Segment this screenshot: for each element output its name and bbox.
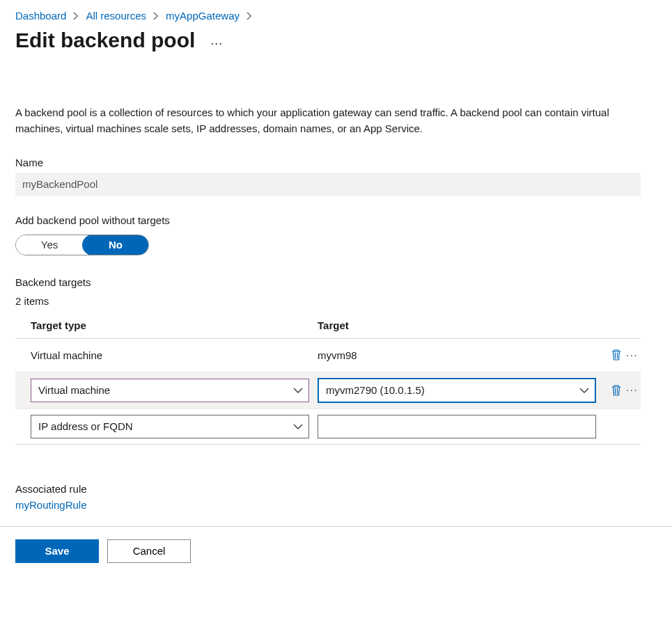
row-more-icon[interactable]: ··· xyxy=(626,384,638,396)
target-type-value: Virtual machine xyxy=(31,349,102,361)
table-row: IP address or FQDN xyxy=(15,409,641,445)
target-type-select[interactable]: Virtual machine xyxy=(31,379,309,402)
breadcrumb: Dashboard All resources myAppGateway xyxy=(15,10,657,22)
page-title: Edit backend pool xyxy=(15,29,195,52)
chevron-down-icon xyxy=(293,387,303,394)
delete-icon[interactable] xyxy=(611,349,622,361)
chevron-right-icon xyxy=(153,12,159,20)
cancel-button[interactable]: Cancel xyxy=(107,539,191,563)
chevron-down-icon xyxy=(293,423,303,430)
delete-icon[interactable] xyxy=(611,384,622,397)
breadcrumb-link-all-resources[interactable]: All resources xyxy=(86,10,146,22)
chevron-right-icon xyxy=(247,12,252,20)
page-description: A backend pool is a collection of resour… xyxy=(15,104,642,137)
chevron-right-icon xyxy=(73,12,79,20)
name-input[interactable] xyxy=(15,173,641,196)
associated-rule-label: Associated rule xyxy=(15,483,657,495)
breadcrumb-link-myappgateway[interactable]: myAppGateway xyxy=(166,10,240,22)
toggle-yes[interactable]: Yes xyxy=(16,235,83,255)
table-row: Virtual machine myvm98 ··· xyxy=(15,339,641,372)
associated-rule-link[interactable]: myRoutingRule xyxy=(15,499,87,511)
column-target: Target xyxy=(318,319,349,331)
targets-table: Target type Target Virtual machine myvm9… xyxy=(15,312,641,445)
name-label: Name xyxy=(15,157,657,168)
table-row: Virtual machine myvm2790 (10.0.1.5) xyxy=(15,372,641,409)
add-without-targets-label: Add backend pool without targets xyxy=(15,214,657,226)
chevron-down-icon xyxy=(579,387,589,394)
toggle-no[interactable]: No xyxy=(82,235,149,255)
target-input[interactable] xyxy=(318,415,596,438)
backend-targets-label: Backend targets xyxy=(15,276,657,288)
target-type-select[interactable]: IP address or FQDN xyxy=(31,415,309,438)
row-more-icon[interactable]: ··· xyxy=(626,349,638,361)
column-target-type: Target type xyxy=(31,319,318,331)
footer-bar: Save Cancel xyxy=(0,526,672,576)
more-actions-icon[interactable]: ··· xyxy=(210,31,223,49)
breadcrumb-link-dashboard[interactable]: Dashboard xyxy=(15,10,66,22)
target-select[interactable]: myvm2790 (10.0.1.5) xyxy=(318,378,596,403)
target-value: myvm98 xyxy=(318,349,357,361)
add-without-targets-toggle[interactable]: Yes No xyxy=(15,235,149,255)
save-button[interactable]: Save xyxy=(15,539,99,563)
backend-targets-count: 2 items xyxy=(15,295,657,307)
